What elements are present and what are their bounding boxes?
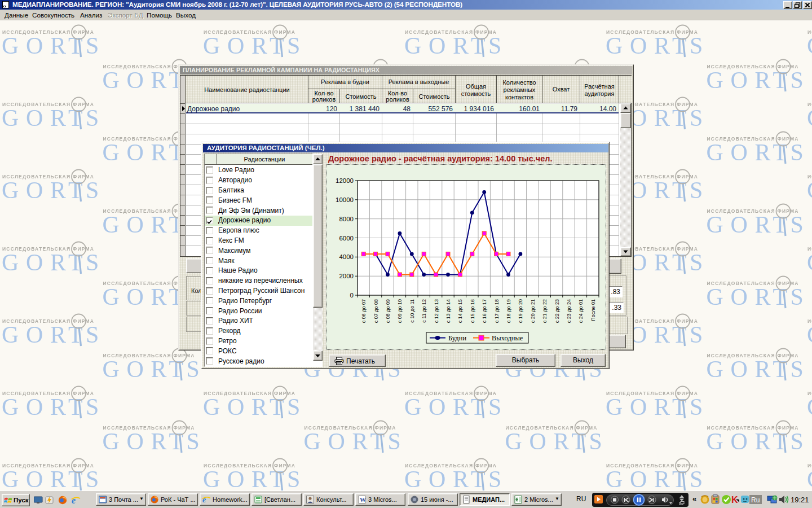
svg-text:с 08 до 09: с 08 до 09 xyxy=(385,299,391,323)
svg-text:e: e xyxy=(72,496,76,505)
svg-text:с 18 до 19: с 18 до 19 xyxy=(506,299,511,323)
svg-text:10000: 10000 xyxy=(336,196,354,203)
svg-text:с 16 до 17: с 16 до 17 xyxy=(482,299,487,323)
svg-text:2000: 2000 xyxy=(339,273,354,279)
svg-text:с 21 до 22: с 21 до 22 xyxy=(542,299,548,323)
svg-text:с 19 до 20: с 19 до 20 xyxy=(518,299,523,323)
svg-text:с 10 до 11: с 10 до 11 xyxy=(409,299,415,323)
svg-text:с 15 до 16: с 15 до 16 xyxy=(470,299,475,323)
svg-text:с 24 до 01: с 24 до 01 xyxy=(578,299,584,323)
svg-text:e: e xyxy=(202,496,206,503)
svg-text:с 11 до 12: с 11 до 12 xyxy=(421,299,427,323)
svg-text:с 14 до 15: с 14 до 15 xyxy=(457,299,463,323)
svg-text:с 17 до 18: с 17 до 18 xyxy=(494,299,500,323)
svg-text:с 06 до 07: с 06 до 07 xyxy=(361,299,367,323)
svg-text:8000: 8000 xyxy=(339,216,354,222)
svg-text:0: 0 xyxy=(350,292,354,299)
svg-text:с 23 до 24: с 23 до 24 xyxy=(566,299,572,323)
svg-text:с 12 до 13: с 12 до 13 xyxy=(434,299,439,323)
svg-text:После 01: После 01 xyxy=(590,299,596,321)
svg-text:Выходные: Выходные xyxy=(492,334,523,342)
svg-text:с 22 до 23: с 22 до 23 xyxy=(554,299,560,323)
svg-text:Будни: Будни xyxy=(448,334,466,342)
svg-text:с 20 до 21: с 20 до 21 xyxy=(530,299,536,323)
svg-text:W: W xyxy=(360,496,366,503)
svg-text:с 07 до 08: с 07 до 08 xyxy=(373,299,379,323)
svg-text:с 13 до 14: с 13 до 14 xyxy=(445,299,451,323)
svg-text:Ru: Ru xyxy=(751,496,760,504)
svg-text:6000: 6000 xyxy=(339,235,354,242)
svg-text:с 09 до 10: с 09 до 10 xyxy=(397,299,403,323)
svg-text:4000: 4000 xyxy=(339,253,354,260)
svg-text:12000: 12000 xyxy=(336,177,354,184)
